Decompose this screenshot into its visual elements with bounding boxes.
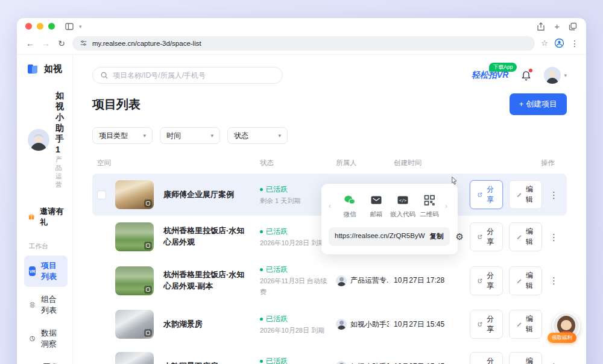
sidebar-item-label: 项目列表 — [41, 260, 63, 282]
more-actions-icon[interactable]: ⋮ — [548, 233, 560, 242]
share-page-icon[interactable] — [536, 22, 546, 31]
more-actions-icon[interactable]: ⋮ — [548, 276, 560, 285]
url-text: my.realsee.cn/capture-3d/space-list — [92, 40, 201, 47]
external-link-icon — [478, 277, 482, 284]
project-name[interactable]: 水韵园景双床房 — [163, 361, 255, 364]
project-thumbnail[interactable] — [115, 180, 154, 209]
user-profile[interactable]: 如视小助手1 产品运营 — [28, 90, 64, 189]
project-name[interactable]: 水韵湖景房 — [163, 319, 255, 330]
mail-icon — [370, 193, 383, 207]
status-sub: 2026年10月28日 到期 — [260, 327, 324, 334]
edit-button[interactable]: 编辑 — [509, 222, 542, 251]
created-time: 10月27日 15:45 — [394, 362, 465, 364]
share-channel-embed-code[interactable]: </> 嵌入代码 — [390, 193, 416, 219]
created-time: 10月27日 15:45 — [394, 319, 465, 330]
table-row[interactable]: 水韵园景双床房 已活跃2026年10月28日 到期 如视小助手3 10月27日 … — [92, 345, 567, 364]
share-channel-wechat[interactable]: 微信 — [336, 193, 363, 219]
browser-menu-icon[interactable]: ⋮ — [570, 39, 579, 48]
table-row[interactable]: 杭州香格里拉饭店·水知心居外观-副本 已活跃2026年11月3日 自动续费 产品… — [92, 258, 567, 303]
sidebar-item-data-insight[interactable]: 数据洞察 — [24, 323, 68, 354]
edit-button[interactable]: 编辑 — [509, 266, 542, 295]
table-row[interactable]: 水韵湖景房 已活跃2026年10月28日 到期 如视小助手3 10月27日 15… — [92, 303, 567, 345]
share-link-text: https://realsee.cn/ZrQR5ByW — [335, 232, 425, 241]
project-thumbnail[interactable] — [115, 310, 154, 339]
close-window-button[interactable] — [25, 23, 32, 30]
back-button[interactable]: ← — [25, 39, 35, 48]
address-bar[interactable]: my.realsee.cn/capture-3d/space-list — [72, 36, 535, 51]
sidebar-item-developer[interactable]: 开发者 — [24, 357, 68, 364]
project-thumbnail[interactable] — [115, 266, 154, 295]
promo-assistant-widget[interactable]: 领取福利 — [550, 312, 581, 344]
more-actions-icon[interactable]: ⋮ — [548, 190, 560, 199]
share-settings-gear-icon[interactable]: ⚙ — [456, 231, 464, 242]
download-app-badge: 下载App — [489, 63, 517, 72]
site-settings-icon[interactable] — [80, 39, 87, 47]
project-thumbnail[interactable] — [115, 352, 154, 364]
col-status: 状态 — [260, 158, 331, 168]
maximize-window-button[interactable] — [48, 23, 55, 30]
search-box[interactable] — [92, 67, 283, 84]
thumbnail-3d-icon — [144, 286, 152, 293]
share-button[interactable]: 分享 — [470, 352, 503, 364]
main-content: 轻松拍VR 下载App ▾ — [73, 55, 586, 364]
share-link-pill[interactable]: https://realsee.cn/ZrQR5ByW 复制 — [329, 227, 450, 246]
col-created: 创建时间 — [394, 158, 465, 168]
chevron-down-icon[interactable]: ▾ — [79, 24, 82, 30]
status-badge: 已活跃 — [260, 314, 331, 324]
easy-shoot-vr-link[interactable]: 轻松拍VR 下载App — [472, 70, 508, 81]
project-name[interactable]: 杭州香格里拉饭店·水知心居外观-副本 — [163, 269, 255, 292]
pie-chart-icon — [29, 334, 36, 344]
pencil-icon — [517, 321, 522, 328]
invite-link[interactable]: 邀请有礼 — [28, 206, 64, 228]
edit-button[interactable]: 编辑 — [509, 180, 542, 209]
desktop-background: ▾ + ← → ↻ my.realsee.cn/capture-3d/space… — [0, 0, 603, 364]
bookmark-icon[interactable]: ☆ — [541, 39, 548, 48]
copy-link-button[interactable]: 复制 — [430, 232, 444, 241]
chevron-down-icon: ▾ — [278, 133, 281, 139]
chevron-left-icon[interactable]: ‹ — [329, 202, 334, 210]
share-button[interactable]: 分享 — [470, 222, 503, 251]
share-button[interactable]: 分享 — [470, 310, 503, 339]
sidebar-toggle-icon[interactable] — [65, 22, 74, 31]
filter-project-type[interactable]: 项目类型▾ — [92, 127, 153, 144]
filter-time[interactable]: 时间▾ — [160, 127, 220, 144]
share-button[interactable]: 分享 — [470, 266, 503, 295]
row-checkbox[interactable] — [97, 190, 106, 199]
chevron-right-icon[interactable]: › — [445, 202, 450, 210]
edit-button[interactable]: 编辑 — [509, 352, 542, 364]
more-actions-icon[interactable]: ⋮ — [548, 362, 560, 364]
sidebar-item-combo-list[interactable]: 组合列表 — [24, 289, 68, 321]
pencil-icon — [517, 191, 522, 198]
chevron-down-icon: ▾ — [564, 72, 567, 78]
owner-avatar — [336, 319, 347, 330]
owner-name: 如视小助手3 — [350, 362, 389, 364]
create-project-button[interactable]: + 创建项目 — [510, 93, 567, 115]
chevron-down-icon: ▾ — [143, 133, 146, 139]
share-channel-email[interactable]: 邮箱 — [363, 193, 390, 219]
project-thumbnail[interactable] — [115, 222, 154, 251]
new-tab-icon[interactable]: + — [554, 21, 560, 31]
embed-code-icon: </> — [396, 193, 409, 207]
share-button[interactable]: 分享 — [470, 180, 503, 209]
thumbnail-3d-icon — [144, 199, 152, 207]
forward-button[interactable]: → — [41, 39, 51, 48]
share-channel-qrcode[interactable]: 二维码 — [416, 193, 443, 219]
sidebar: 如视 如视小助手1 产品运营 邀请有礼 工作台 — [17, 55, 73, 364]
tab-overview-icon[interactable] — [568, 22, 578, 31]
account-menu[interactable]: ▾ — [544, 67, 567, 84]
external-link-icon — [478, 233, 482, 240]
search-input[interactable] — [113, 71, 275, 80]
filter-status[interactable]: 状态▾ — [227, 127, 288, 144]
sidebar-item-project-list[interactable]: VR 项目列表 — [24, 256, 68, 287]
project-name[interactable]: 杭州香格里拉饭店·水知心居外观 — [163, 225, 255, 248]
user-name: 如视小助手1 — [55, 90, 64, 154]
mouse-cursor — [449, 175, 459, 186]
profile-icon[interactable] — [554, 38, 564, 48]
edit-button[interactable]: 编辑 — [509, 310, 542, 339]
browser-toolbar: ← → ↻ my.realsee.cn/capture-3d/space-lis… — [17, 34, 586, 54]
notification-bell-icon[interactable] — [520, 70, 532, 81]
minimize-window-button[interactable] — [37, 23, 43, 30]
project-name[interactable]: 康师傅企业展厅案例 — [163, 189, 255, 201]
rewards-badge[interactable]: 领取福利 — [548, 333, 576, 343]
reload-button[interactable]: ↻ — [57, 39, 66, 48]
